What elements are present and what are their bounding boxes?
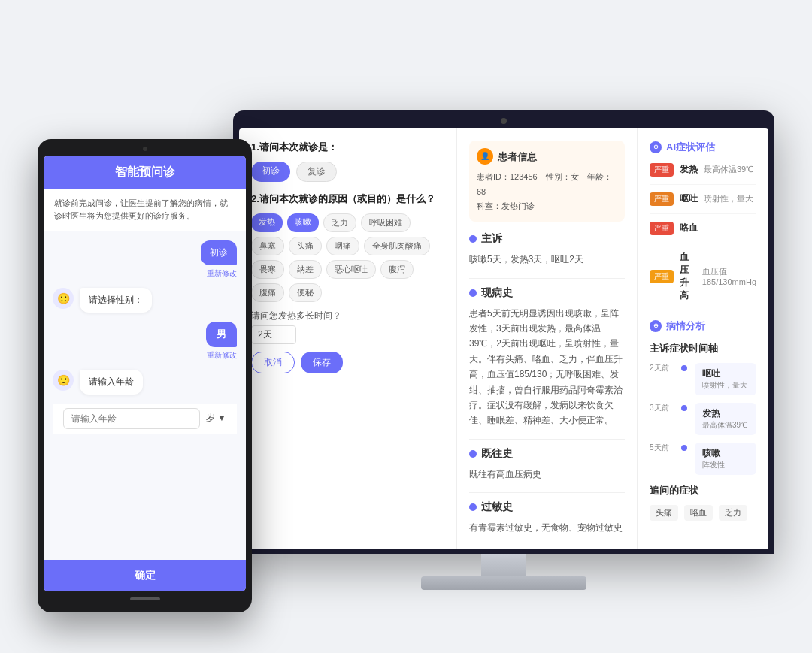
tablet-body: 智能预问诊 就诊前完成问诊，让医生提前了解您的病情，就诊时医生将为您提供更好的诊… <box>38 139 252 612</box>
timeline-item-fever: 3天前 发热 最高体温39℃ <box>650 403 756 435</box>
section-dot-cc <box>469 235 477 243</box>
severity-badge-vomit: 严重 <box>650 192 674 206</box>
followup-title: 追问的症状 <box>650 484 756 497</box>
symptom-cough[interactable]: 咳嗽 <box>287 213 319 232</box>
symptom-desc-fever: 最高体温39℃ <box>704 164 753 175</box>
monitor-neck <box>481 554 526 576</box>
bubble-male-edit[interactable]: 重新修改 <box>207 350 237 361</box>
chat-bubble-male: 男 重新修改 <box>206 322 237 361</box>
patient-info-title: 患者信息 <box>498 148 537 165</box>
chief-complaint-title: 主诉 <box>481 232 502 246</box>
allergy-title: 过敏史 <box>481 500 513 514</box>
section-dot-ph <box>469 450 477 458</box>
timeline-name-fever: 发热 <box>702 407 749 420</box>
tablet-confirm-btn[interactable]: 确定 <box>44 560 246 591</box>
patient-dept: 科室：发热门诊 <box>477 201 535 210</box>
timeline-content-cough: 咳嗽 阵发性 <box>695 443 756 475</box>
chat-bubble-gender-q: 🙂 请选择性别： <box>53 288 152 313</box>
tablet-screen: 智能预问诊 就诊前完成问诊，让医生提前了解您的病情，就诊时医生将为您提供更好的诊… <box>44 156 246 591</box>
symptom-sore-throat[interactable]: 咽痛 <box>326 237 359 255</box>
symptom-grid: 发热 咳嗽 乏力 呼吸困难 鼻塞 头痛 咽痛 全身肌肉酸痛 畏寒 纳差 恶心呕吐… <box>251 213 444 302</box>
timeline-sub-fever: 最高体温39℃ <box>702 420 749 431</box>
symptom-abdominal-pain[interactable]: 腹痛 <box>251 283 284 302</box>
present-illness-header: 现病史 <box>469 286 625 300</box>
ai-symptom-hemoptysis: 严重 咯血 <box>650 222 756 243</box>
analysis-icon: ⊕ <box>650 320 662 332</box>
monitor-mid-column: 👤 患者信息 患者ID：123456 性别：女 年龄：68 科室：发热门诊 主诉… <box>457 128 638 549</box>
followup-headache: 头痛 <box>650 505 678 521</box>
symptom-fatigue[interactable]: 乏力 <box>323 213 356 232</box>
question-1-title: 1.请问本次就诊是： <box>251 141 444 154</box>
chat-bubble-age-q: 🙂 请输入年龄 <box>53 370 143 395</box>
tablet-intro: 就诊前完成问诊，让医生提前了解您的病情，就诊时医生将为您提供更好的诊疗服务。 <box>44 189 246 231</box>
section-dot-al <box>469 503 477 511</box>
tablet-title: 智能预问诊 <box>115 165 175 178</box>
timeline-name-cough: 咳嗽 <box>702 447 749 460</box>
ai-title: AI症状评估 <box>666 141 715 154</box>
tablet-camera <box>143 147 147 151</box>
tablet-header: 智能预问诊 <box>44 156 246 189</box>
visit-type-row: 初诊 复诊 <box>251 162 444 182</box>
timeline-time-fever: 3天前 <box>650 403 674 413</box>
severity-badge-fever: 严重 <box>650 163 674 177</box>
duration-input-row: 2天 <box>251 325 444 344</box>
present-illness-title: 现病史 <box>481 286 513 300</box>
followup-hemoptysis: 咯血 <box>684 505 713 521</box>
visit-type-initial[interactable]: 初诊 <box>251 162 290 182</box>
chief-complaint-header: 主诉 <box>469 232 625 246</box>
monitor-base <box>421 576 586 590</box>
tablet-chat: 初诊 重新修改 🙂 请选择性别： 男 重新修改 � <box>44 231 246 560</box>
symptom-poor-appetite[interactable]: 纳差 <box>289 260 322 279</box>
action-buttons: 取消 保存 <box>251 352 444 373</box>
followup-items: 头痛 咯血 乏力 <box>650 505 756 521</box>
ai-assessment-header: ⊕ AI症状评估 <box>650 141 756 154</box>
past-history-header: 既往史 <box>469 447 625 461</box>
symptom-headache[interactable]: 头痛 <box>289 237 322 255</box>
age-input[interactable] <box>63 408 200 429</box>
confirm-label: 确定 <box>135 569 156 581</box>
timeline-time-cough: 5天前 <box>650 443 674 453</box>
symptom-nasal[interactable]: 鼻塞 <box>251 237 284 255</box>
severity-badge-bp: 严重 <box>650 270 674 283</box>
analysis-title: 病情分析 <box>666 319 705 333</box>
ai-symptom-fever: 严重 发热 最高体温39℃ <box>650 163 756 185</box>
timeline-dot-fever <box>681 405 687 411</box>
symptom-desc-bp: 血压值 185/130mmHg <box>702 266 756 286</box>
symptom-name-hemoptysis: 咯血 <box>680 222 698 234</box>
duration-value[interactable]: 2天 <box>251 325 296 344</box>
timeline-title: 主诉症状时间轴 <box>650 342 756 355</box>
severity-badge-hemoptysis: 严重 <box>650 222 674 235</box>
symptom-muscle-pain[interactable]: 全身肌肉酸痛 <box>364 237 430 255</box>
bubble-male-text: 男 <box>206 322 237 347</box>
timeline-time-vomit: 2天前 <box>650 363 674 373</box>
timeline-item-cough: 5天前 咳嗽 阵发性 <box>650 443 756 475</box>
duration-question: 请问您发热多长时间？ <box>251 310 444 322</box>
visit-type-followup[interactable]: 复诊 <box>296 162 337 182</box>
timeline-sub-vomit: 喷射性，量大 <box>702 380 749 391</box>
analysis-section: ⊕ 病情分析 主诉症状时间轴 2天前 呕吐 喷射性，量大 <box>650 319 756 521</box>
monitor-screen: 1.请问本次就诊是： 初诊 复诊 2.请问本次就诊的原因（或目的）是什么？ 发热… <box>239 128 768 549</box>
patient-details: 患者ID：123456 性别：女 年龄：68 科室：发热门诊 <box>477 170 617 214</box>
save-button[interactable]: 保存 <box>301 352 343 373</box>
past-history-content: 既往有高血压病史 <box>469 467 625 482</box>
cancel-button[interactable]: 取消 <box>251 352 295 373</box>
analysis-header: ⊕ 病情分析 <box>650 319 756 333</box>
symptom-fever[interactable]: 发热 <box>251 213 283 232</box>
bot-question-gender: 请选择性别： <box>80 288 152 313</box>
symptom-diarrhea[interactable]: 腹泻 <box>380 260 414 279</box>
timeline-name-vomit: 呕吐 <box>702 367 749 380</box>
ai-symptom-bp: 严重 血压升高 血压值 185/130mmHg <box>650 251 756 310</box>
patient-info-box: 👤 患者信息 患者ID：123456 性别：女 年龄：68 科室：发热门诊 <box>469 141 625 222</box>
bubble-initial-edit[interactable]: 重新修改 <box>207 268 237 279</box>
symptom-nausea[interactable]: 恶心呕吐 <box>326 260 376 279</box>
symptom-dyspnea[interactable]: 呼吸困难 <box>361 213 411 232</box>
symptom-constipation[interactable]: 便秘 <box>289 283 322 302</box>
symptom-chills[interactable]: 畏寒 <box>251 260 284 279</box>
past-history-title: 既往史 <box>481 447 513 461</box>
timeline-content-vomit: 呕吐 喷射性，量大 <box>695 363 756 395</box>
timeline-dot-cough <box>681 445 687 451</box>
monitor-screen-wrapper: 1.请问本次就诊是： 初诊 复诊 2.请问本次就诊的原因（或目的）是什么？ 发热… <box>233 110 774 554</box>
symptom-name-bp: 血压升高 <box>680 251 696 302</box>
tablet-intro-text: 就诊前完成问诊，让医生提前了解您的病情，就诊时医生将为您提供更好的诊疗服务。 <box>54 198 228 221</box>
followup-fatigue: 乏力 <box>719 505 747 521</box>
